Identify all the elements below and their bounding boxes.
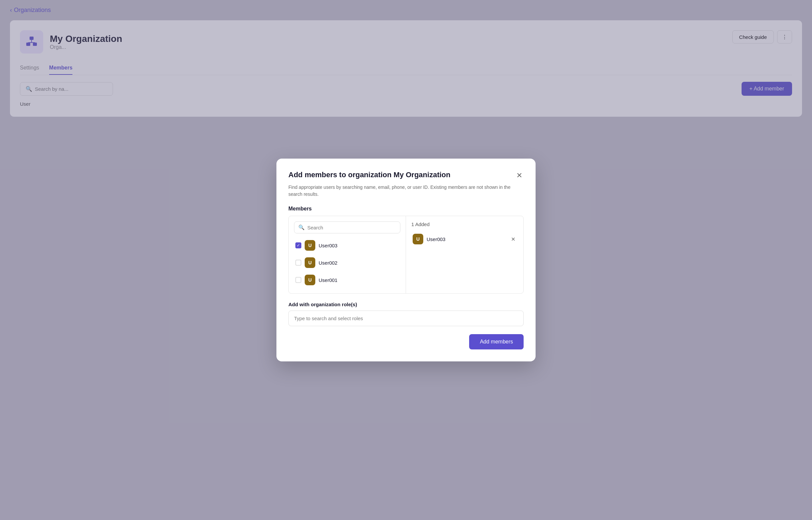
list-item: U User003 ✕ (411, 231, 518, 247)
user002-name: User002 (318, 260, 338, 266)
remove-user003-button[interactable]: ✕ (510, 235, 516, 244)
list-item[interactable]: U User001 (294, 272, 400, 288)
modal-footer: Add members (288, 334, 524, 349)
user003-checkbox[interactable] (296, 242, 301, 249)
user003-avatar: U (305, 240, 315, 251)
modal-description: Find appropriate users by searching name… (288, 184, 524, 198)
added-list: U User003 ✕ (411, 231, 518, 247)
add-members-button[interactable]: Add members (469, 334, 524, 349)
members-grid: 🔍 U User003 U User002 (288, 216, 524, 293)
members-section-label: Members (288, 206, 524, 212)
modal-close-button[interactable]: ✕ (515, 171, 524, 181)
list-item[interactable]: U User002 (294, 255, 400, 271)
user003-name: User003 (318, 243, 338, 249)
added-item-left: U User003 (413, 234, 446, 244)
added-user003-name: User003 (427, 236, 446, 242)
roles-section: Add with organization role(s) (288, 302, 524, 326)
roles-input[interactable] (288, 311, 524, 326)
user001-checkbox[interactable] (296, 277, 301, 283)
list-item[interactable]: U User003 (294, 237, 400, 253)
members-left-panel: 🔍 U User003 U User002 (289, 216, 406, 293)
user001-avatar: U (305, 275, 315, 285)
user-search-wrap[interactable]: 🔍 (294, 222, 400, 233)
user002-checkbox[interactable] (296, 260, 301, 266)
modal-title: Add members to organization My Organizat… (288, 171, 450, 179)
roles-label: Add with organization role(s) (288, 302, 524, 307)
modal-overlay: Add members to organization My Organizat… (0, 0, 812, 520)
modal-header: Add members to organization My Organizat… (288, 171, 524, 181)
added-user003-avatar: U (413, 234, 423, 244)
user002-avatar: U (305, 257, 315, 268)
members-right-panel: 1 Added U User003 ✕ (406, 216, 523, 293)
user-list: U User003 U User002 U User001 (294, 237, 400, 288)
user-search-input[interactable] (307, 225, 396, 230)
added-count: 1 Added (411, 222, 518, 227)
search-icon: 🔍 (298, 225, 305, 230)
user001-name: User001 (318, 277, 338, 283)
add-members-modal: Add members to organization My Organizat… (276, 159, 536, 361)
